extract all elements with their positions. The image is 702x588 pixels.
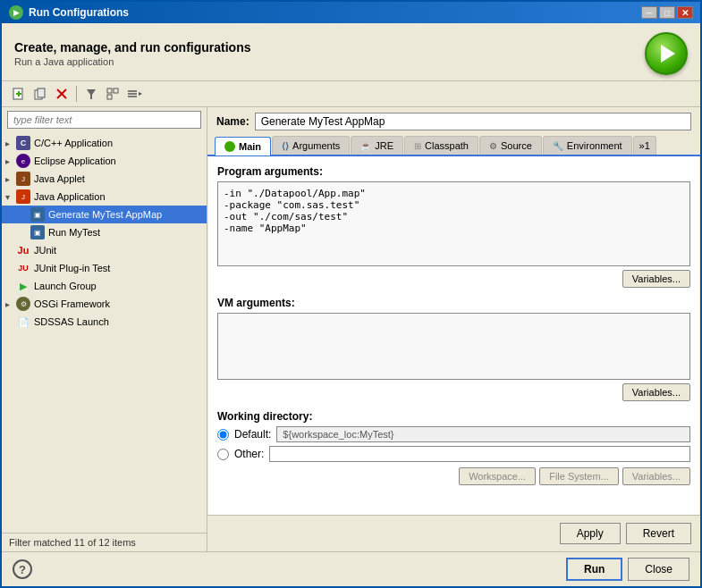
vm-args-section: VM arguments: Variables... — [217, 297, 690, 401]
junit-plugin-icon: JU — [16, 261, 30, 275]
source-tab-icon: ⚙ — [489, 141, 497, 151]
vm-args-label: VM arguments: — [217, 297, 690, 309]
working-dir-variables-button[interactable]: Variables... — [622, 467, 690, 485]
duplicate-button[interactable] — [30, 84, 50, 104]
close-button[interactable]: Close — [628, 558, 689, 581]
expand-toggle: ▸ — [5, 156, 16, 166]
name-input[interactable] — [255, 113, 691, 130]
workspace-button[interactable]: Workspace... — [459, 467, 536, 485]
tab-jre[interactable]: ☕ JRE — [351, 136, 403, 155]
other-dir-input[interactable] — [269, 446, 690, 462]
window-title: Run Configurations — [29, 6, 129, 19]
tab-arguments[interactable]: ⟨⟩ Arguments — [272, 136, 350, 155]
play-arrow-icon — [661, 45, 675, 63]
tab-classpath[interactable]: ⊞ Classpath — [404, 136, 478, 155]
tree-item-junit-plugin[interactable]: JU JUnit Plug-in Test — [2, 259, 207, 277]
program-args-section: Program arguments: Variables... — [217, 165, 690, 288]
program-args-variables-button[interactable]: Variables... — [622, 270, 690, 288]
expand-toggle: ▾ — [5, 192, 16, 202]
java-app-icon: J — [16, 189, 30, 204]
tab-main[interactable]: Main — [215, 137, 271, 155]
cpp-icon: C — [16, 136, 30, 150]
window-icon: ▶ — [9, 5, 23, 20]
header-subtitle: Run a Java application — [14, 56, 251, 67]
view-menu-button[interactable] — [124, 84, 144, 104]
tree-label: Java Applet — [34, 173, 85, 184]
main-tab-icon — [224, 141, 235, 152]
tree-label: Eclipse Application — [34, 155, 116, 166]
bottom-buttons: Apply Revert — [207, 515, 700, 551]
tab-more-label: »1 — [639, 140, 650, 151]
other-radio[interactable] — [217, 449, 229, 460]
vm-args-variables-button[interactable]: Variables... — [622, 383, 690, 401]
tree-item-launch-group[interactable]: ▶ Launch Group — [2, 277, 207, 295]
new-config-button[interactable] — [9, 84, 29, 104]
program-args-container — [217, 181, 690, 266]
vm-args-input[interactable] — [218, 314, 689, 376]
run-big-button[interactable] — [645, 32, 688, 75]
tree-item-run-mytest[interactable]: ▣ Run MyTest — [2, 223, 207, 241]
tree-item-osgi[interactable]: ▸ ⚙ OSGi Framework — [2, 295, 207, 313]
program-args-input[interactable] — [218, 182, 689, 263]
default-radio-row: Default: — [217, 426, 690, 442]
tree-item-java-applet[interactable]: ▸ J Java Applet — [2, 170, 207, 188]
tree-item-junit[interactable]: Ju JUnit — [2, 241, 207, 259]
duplicate-icon — [34, 88, 47, 100]
tree-item-cpp[interactable]: ▸ C C/C++ Application — [2, 134, 207, 152]
jre-tab-icon: ☕ — [360, 141, 371, 151]
svg-rect-10 — [107, 95, 112, 99]
tree-label: JUnit — [34, 245, 56, 256]
filesystem-button[interactable]: File System... — [539, 467, 619, 485]
revert-button[interactable]: Revert — [626, 523, 691, 544]
tab-source[interactable]: ⚙ Source — [479, 136, 542, 155]
tab-more[interactable]: »1 — [633, 136, 656, 155]
delete-icon — [55, 88, 68, 100]
tree-label: Generate MyTest AppMap — [48, 209, 162, 220]
tree-item-java-app[interactable]: ▾ J Java Application — [2, 188, 207, 206]
working-dir-section: Working directory: Default: Other: Works… — [217, 410, 690, 485]
expand-toggle: ▸ — [5, 174, 16, 184]
bottom-bar: ? Run Close — [2, 551, 700, 586]
delete-button[interactable] — [52, 84, 72, 104]
maximize-button[interactable]: □ — [659, 6, 675, 19]
tab-environment[interactable]: 🔧 Environment — [543, 136, 632, 155]
apply-button[interactable]: Apply — [560, 523, 621, 544]
close-window-button[interactable]: ✕ — [677, 6, 693, 19]
config-icon: ▣ — [30, 207, 45, 222]
filter-status: Filter matched 11 of 12 items — [2, 533, 207, 551]
run-button[interactable]: Run — [566, 558, 622, 581]
minimize-button[interactable]: ─ — [641, 6, 657, 19]
tab-source-label: Source — [501, 140, 532, 151]
tree-label: SDSSAS Launch — [34, 316, 109, 327]
tree-label: JUnit Plug-in Test — [34, 263, 110, 273]
filter-button[interactable] — [81, 84, 101, 104]
osgi-icon: ⚙ — [16, 297, 30, 311]
svg-marker-14 — [139, 92, 142, 96]
java-applet-icon: J — [16, 172, 30, 186]
tree-item-sdssas[interactable]: 📄 SDSSAS Launch — [2, 313, 207, 331]
tree-item-generate-mytest[interactable]: ▣ Generate MyTest AppMap — [2, 206, 207, 223]
toolbar — [2, 81, 700, 107]
toolbar-separator-1 — [76, 86, 77, 102]
config-body: Program arguments: Variables... VM argum… — [208, 156, 699, 515]
right-panel: Name: Main ⟨⟩ Arguments ☕ JRE ⊞ — [207, 107, 700, 551]
help-button[interactable]: ? — [13, 559, 32, 579]
header-title: Create, manage, and run configurations — [14, 40, 251, 55]
classpath-tab-icon: ⊞ — [414, 141, 421, 151]
config-icon: ▣ — [30, 225, 45, 239]
filter-input[interactable] — [7, 111, 201, 129]
tree-label: C/C++ Application — [34, 138, 113, 148]
working-dir-label: Working directory: — [217, 410, 690, 423]
collapse-button[interactable] — [103, 84, 123, 104]
default-dir-input — [276, 426, 690, 442]
expand-toggle: ▸ — [5, 139, 16, 148]
tree-label: Launch Group — [34, 281, 97, 291]
expand-toggle: ▸ — [5, 299, 16, 309]
svg-marker-7 — [87, 89, 96, 99]
default-radio[interactable] — [217, 429, 229, 441]
tab-classpath-label: Classpath — [425, 140, 469, 151]
tree-item-eclipse[interactable]: ▸ e Eclipse Application — [2, 152, 207, 170]
other-radio-row: Other: — [217, 446, 690, 462]
junit-icon: Ju — [16, 243, 30, 257]
program-args-label: Program arguments: — [217, 165, 690, 178]
